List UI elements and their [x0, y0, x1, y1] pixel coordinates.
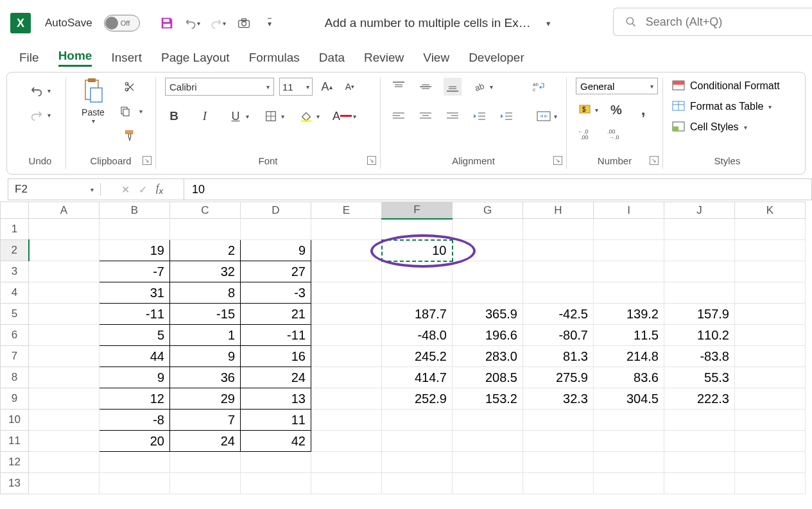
- cell-G11[interactable]: [453, 431, 523, 452]
- cell-K6[interactable]: [735, 325, 806, 346]
- column-header-D[interactable]: D: [241, 202, 311, 219]
- font-launcher[interactable]: ↘: [367, 156, 376, 165]
- redo-qat-button[interactable]: ▾: [209, 14, 227, 32]
- cell-A7[interactable]: [29, 346, 99, 367]
- cell-D8[interactable]: 24: [241, 367, 311, 388]
- cell-H12[interactable]: [523, 452, 594, 473]
- cell-K12[interactable]: [735, 452, 806, 473]
- increase-font-button[interactable]: A▴: [318, 78, 336, 96]
- column-header-C[interactable]: C: [170, 202, 241, 219]
- cell-K9[interactable]: [735, 388, 806, 410]
- cell-A5[interactable]: [29, 304, 99, 325]
- copy-button[interactable]: [116, 102, 134, 120]
- number-launcher[interactable]: ↘: [650, 156, 659, 165]
- tab-file[interactable]: File: [19, 51, 39, 65]
- cell-I10[interactable]: [594, 410, 664, 431]
- cancel-formula-button[interactable]: ✕: [121, 184, 130, 196]
- column-header-K[interactable]: K: [735, 202, 806, 219]
- cell-I4[interactable]: [594, 282, 664, 304]
- cell-A6[interactable]: [29, 325, 99, 346]
- cell-D1[interactable]: [241, 219, 311, 240]
- orientation-button[interactable]: ab: [471, 78, 488, 96]
- cell-B2[interactable]: 19: [99, 240, 170, 261]
- cell-I9[interactable]: 304.5: [594, 388, 664, 410]
- cell-I3[interactable]: [594, 261, 664, 282]
- cell-B10[interactable]: -8: [99, 410, 170, 431]
- cell-B9[interactable]: 12: [99, 388, 170, 410]
- cell-F4[interactable]: [382, 282, 453, 304]
- cell-K1[interactable]: [735, 219, 806, 240]
- underline-button[interactable]: U: [227, 107, 245, 125]
- increase-indent-button[interactable]: [497, 107, 515, 125]
- merge-button[interactable]: [535, 107, 553, 125]
- column-header-H[interactable]: H: [523, 202, 594, 219]
- font-name-select[interactable]: Calibri▾: [165, 78, 274, 96]
- cell-B1[interactable]: [99, 219, 170, 240]
- decrease-decimal-button[interactable]: .00→.0: [605, 125, 623, 143]
- tab-developer[interactable]: Developer: [469, 51, 524, 65]
- cell-H6[interactable]: -80.7: [523, 325, 594, 346]
- row-header-6[interactable]: 6: [1, 325, 29, 346]
- cell-C4[interactable]: 8: [170, 282, 241, 304]
- cell-J10[interactable]: [664, 410, 735, 431]
- column-header-I[interactable]: I: [594, 202, 664, 219]
- cell-E6[interactable]: [311, 325, 382, 346]
- cell-G5[interactable]: 365.9: [453, 304, 523, 325]
- percent-button[interactable]: %: [607, 101, 625, 119]
- cell-F10[interactable]: [382, 410, 453, 431]
- cell-J1[interactable]: [664, 219, 735, 240]
- cell-E9[interactable]: [311, 388, 382, 410]
- autosave-toggle[interactable]: Off: [104, 15, 140, 31]
- cell-B12[interactable]: [99, 452, 170, 473]
- cell-G3[interactable]: [453, 261, 523, 282]
- cell-D4[interactable]: -3: [241, 282, 311, 304]
- cell-A13[interactable]: [29, 473, 99, 494]
- cell-K10[interactable]: [735, 410, 806, 431]
- cell-A8[interactable]: [29, 367, 99, 388]
- tab-insert[interactable]: Insert: [111, 51, 142, 65]
- tab-data[interactable]: Data: [319, 51, 345, 65]
- decrease-indent-button[interactable]: [471, 107, 488, 125]
- cell-C1[interactable]: [170, 219, 241, 240]
- cell-A4[interactable]: [29, 282, 99, 304]
- cell-C3[interactable]: 32: [170, 261, 241, 282]
- cell-I1[interactable]: [594, 219, 664, 240]
- cell-C2[interactable]: 2: [170, 240, 241, 261]
- format-as-table-button[interactable]: Format as Table ▾: [672, 101, 782, 112]
- cell-A3[interactable]: [29, 261, 99, 282]
- cell-A10[interactable]: [29, 410, 99, 431]
- column-header-F[interactable]: F: [382, 202, 453, 219]
- cell-G12[interactable]: [453, 452, 523, 473]
- cell-J4[interactable]: [664, 282, 735, 304]
- insert-function-button[interactable]: fx: [156, 182, 163, 196]
- cell-H9[interactable]: 32.3: [523, 388, 594, 410]
- decrease-font-button[interactable]: A▾: [341, 78, 359, 96]
- select-all-corner[interactable]: [1, 202, 29, 219]
- cell-E5[interactable]: [311, 304, 382, 325]
- fill-color-button[interactable]: [297, 107, 315, 125]
- format-painter-button[interactable]: [116, 126, 143, 144]
- cell-E13[interactable]: [311, 473, 382, 494]
- cell-C12[interactable]: [170, 452, 241, 473]
- cell-J9[interactable]: 222.3: [664, 388, 735, 410]
- spreadsheet-grid[interactable]: ABCDEFGHIJK121929103-732274318-35-11-152…: [0, 202, 812, 494]
- cell-K13[interactable]: [735, 473, 806, 494]
- column-header-J[interactable]: J: [664, 202, 735, 219]
- search-input[interactable]: [646, 15, 800, 29]
- tab-review[interactable]: Review: [364, 51, 404, 65]
- cut-button[interactable]: [116, 78, 143, 96]
- row-header-9[interactable]: 9: [1, 388, 29, 410]
- cell-H1[interactable]: [523, 219, 594, 240]
- cell-F7[interactable]: 245.2: [382, 346, 453, 367]
- save-button[interactable]: [158, 14, 176, 32]
- bold-button[interactable]: B: [165, 107, 183, 125]
- cell-J5[interactable]: 157.9: [664, 304, 735, 325]
- cell-G4[interactable]: [453, 282, 523, 304]
- camera-qat-button[interactable]: [235, 14, 253, 32]
- cell-H8[interactable]: 275.9: [523, 367, 594, 388]
- column-header-E[interactable]: E: [311, 202, 382, 219]
- align-right-button[interactable]: [444, 107, 462, 125]
- cell-J11[interactable]: [664, 431, 735, 452]
- cell-K5[interactable]: [735, 304, 806, 325]
- alignment-launcher[interactable]: ↘: [553, 156, 562, 165]
